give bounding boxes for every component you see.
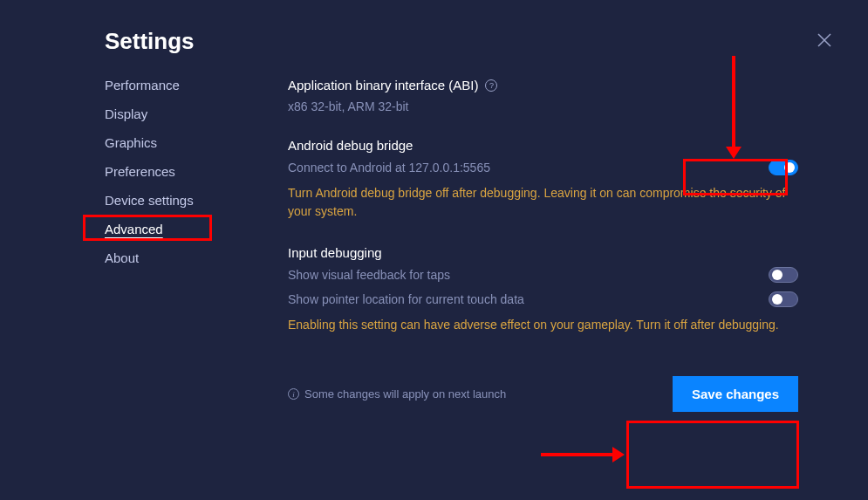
sidebar-item-preferences[interactable]: Preferences xyxy=(105,164,218,179)
pointer-location-label: Show pointer location for current touch … xyxy=(288,292,524,306)
close-icon[interactable] xyxy=(817,33,831,47)
abi-value: x86 32-bit, ARM 32-bit xyxy=(288,99,798,113)
help-icon[interactable]: ? xyxy=(485,79,497,92)
footer: i Some changes will apply on next launch… xyxy=(288,359,798,412)
page-title: Settings xyxy=(105,28,833,55)
section-input-debugging: Input debugging Show visual feedback for… xyxy=(288,245,798,334)
sidebar-item-device-settings[interactable]: Device settings xyxy=(105,193,218,208)
sidebar-item-graphics[interactable]: Graphics xyxy=(105,135,218,150)
adb-description: Connect to Android at 127.0.0.1:5565 xyxy=(288,161,490,175)
adb-warning: Turn Android debug bridge off after debu… xyxy=(288,184,798,221)
sidebar: Performance Display Graphics Preferences… xyxy=(105,78,218,412)
pointer-location-toggle[interactable] xyxy=(769,291,798,307)
info-icon: i xyxy=(288,388,299,400)
adb-title: Android debug bridge xyxy=(288,138,413,153)
section-adb: Android debug bridge Connect to Android … xyxy=(288,138,798,221)
input-debugging-title: Input debugging xyxy=(288,245,382,260)
sidebar-item-advanced[interactable]: Advanced xyxy=(105,222,218,236)
visual-feedback-toggle[interactable] xyxy=(769,267,798,283)
input-debugging-warning: Enabling this setting can have adverse e… xyxy=(288,316,798,334)
adb-toggle[interactable] xyxy=(769,160,798,175)
visual-feedback-label: Show visual feedback for taps xyxy=(288,268,450,282)
save-button[interactable]: Save changes xyxy=(673,376,798,412)
section-abi: Application binary interface (ABI) ? x86… xyxy=(288,78,798,113)
footer-note-text: Some changes will apply on next launch xyxy=(304,387,506,401)
sidebar-item-about[interactable]: About xyxy=(105,250,218,265)
sidebar-item-display[interactable]: Display xyxy=(105,106,218,121)
abi-title: Application binary interface (ABI) xyxy=(288,78,478,92)
main-panel: Application binary interface (ABI) ? x86… xyxy=(288,78,833,412)
sidebar-item-performance[interactable]: Performance xyxy=(105,78,218,92)
